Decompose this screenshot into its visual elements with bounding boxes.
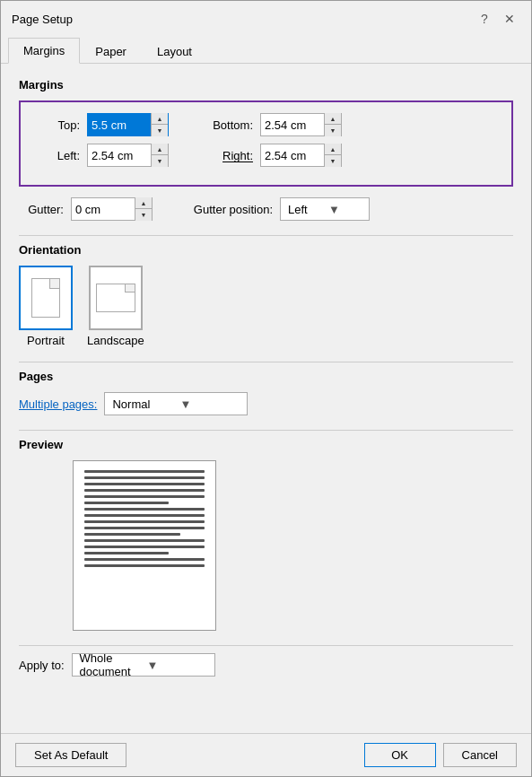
left-input-spinner[interactable]: ▲ ▼ xyxy=(87,144,169,167)
multiple-pages-arrow-icon: ▼ xyxy=(176,397,243,411)
right-input-spinner[interactable]: ▲ ▼ xyxy=(260,144,342,167)
tab-layout[interactable]: Layout xyxy=(142,38,207,64)
apply-to-row: Apply to: Whole document ▼ xyxy=(19,653,513,677)
right-field-group: Right: ▲ ▼ xyxy=(190,144,497,167)
gutter-increment-button[interactable]: ▲ xyxy=(135,197,152,209)
bottom-input-spinner[interactable]: ▲ ▼ xyxy=(260,113,342,136)
margins-section: Margins Top: ▲ ▼ Bottom: xyxy=(19,78,513,221)
multiple-pages-label[interactable]: Multiple pages: xyxy=(19,397,97,411)
preview-line-16 xyxy=(84,564,205,567)
preview-section: Preview xyxy=(19,438,513,631)
gutter-spinner-buttons: ▲ ▼ xyxy=(135,197,152,221)
gutter-decrement-button[interactable]: ▼ xyxy=(135,209,152,221)
preview-line-1 xyxy=(84,470,205,473)
cancel-button[interactable]: Cancel xyxy=(443,743,517,767)
preview-line-8 xyxy=(84,514,205,517)
landscape-icon-box xyxy=(89,266,143,330)
multiple-pages-value: Normal xyxy=(109,397,176,411)
left-spinner-buttons: ▲ ▼ xyxy=(151,144,168,167)
preview-section-title: Preview xyxy=(19,438,513,451)
tab-margins[interactable]: Margins xyxy=(8,38,80,64)
preview-line-15 xyxy=(84,558,205,561)
preview-line-3 xyxy=(84,483,205,485)
gutter-position-label: Gutter position: xyxy=(174,203,273,216)
gutter-position-arrow-icon: ▼ xyxy=(325,203,365,216)
gutter-position-group: Gutter position: Left ▼ xyxy=(174,197,513,221)
left-input[interactable] xyxy=(88,144,151,166)
gutter-input-spinner[interactable]: ▲ ▼ xyxy=(71,197,153,221)
right-input[interactable] xyxy=(261,144,324,166)
dialog-content: Margins Top: ▲ ▼ Bottom: xyxy=(1,64,531,733)
portrait-label: Portrait xyxy=(27,334,65,347)
bottom-label: Bottom: xyxy=(190,118,253,132)
preview-line-11 xyxy=(84,533,180,536)
preview-line-7 xyxy=(84,508,205,511)
apply-to-arrow-icon: ▼ xyxy=(144,659,211,672)
gutter-row: Gutter: ▲ ▼ Gutter position: Left ▼ xyxy=(19,197,513,221)
pages-section: Pages Multiple pages: Normal ▼ xyxy=(19,370,513,415)
preview-line-9 xyxy=(84,520,205,523)
top-bottom-row: Top: ▲ ▼ Bottom: ▲ xyxy=(35,113,497,136)
portrait-icon-box xyxy=(19,266,73,330)
right-label: Right: xyxy=(190,149,253,162)
tab-paper[interactable]: Paper xyxy=(80,38,142,64)
top-decrement-button[interactable]: ▼ xyxy=(152,125,168,136)
left-right-row: Left: ▲ ▼ Right: ▲ xyxy=(35,144,497,167)
left-increment-button[interactable]: ▲ xyxy=(152,144,168,155)
preview-line-5 xyxy=(84,495,205,498)
divider-4 xyxy=(19,645,513,646)
orientation-options: Portrait Landscape xyxy=(19,266,513,347)
divider-1 xyxy=(19,235,513,236)
gutter-position-select[interactable]: Left ▼ xyxy=(280,197,370,221)
close-button[interactable]: ✕ xyxy=(499,8,520,30)
top-spinner-buttons: ▲ ▼ xyxy=(151,113,168,136)
dialog-title: Page Setup xyxy=(12,13,73,26)
dialog-footer: Set As Default OK Cancel xyxy=(1,733,531,776)
top-increment-button[interactable]: ▲ xyxy=(152,113,168,125)
preview-line-10 xyxy=(84,527,205,529)
preview-line-2 xyxy=(84,476,205,479)
footer-right-buttons: OK Cancel xyxy=(364,743,517,767)
landscape-option[interactable]: Landscape xyxy=(87,266,144,347)
bottom-decrement-button[interactable]: ▼ xyxy=(325,125,341,136)
bottom-input[interactable] xyxy=(261,114,324,135)
left-decrement-button[interactable]: ▼ xyxy=(152,155,168,167)
multiple-pages-row: Multiple pages: Normal ▼ xyxy=(19,392,513,415)
margins-box: Top: ▲ ▼ Bottom: ▲ xyxy=(19,100,513,187)
gutter-label: Gutter: xyxy=(19,203,64,216)
tab-bar: Margins Paper Layout xyxy=(1,37,531,64)
margins-section-title: Margins xyxy=(19,78,513,92)
apply-to-value: Whole document xyxy=(76,651,144,678)
bottom-spinner-buttons: ▲ ▼ xyxy=(324,113,341,136)
set-as-default-button[interactable]: Set As Default xyxy=(15,743,126,767)
preview-line-6 xyxy=(84,502,169,504)
landscape-paper-icon xyxy=(96,284,135,312)
page-setup-dialog: Page Setup ? ✕ Margins Paper Layout Marg… xyxy=(0,0,532,777)
orientation-section: Orientation Portrait Landscape xyxy=(19,243,513,347)
preview-line-12 xyxy=(84,539,205,542)
right-decrement-button[interactable]: ▼ xyxy=(325,155,341,167)
bottom-field-group: Bottom: ▲ ▼ xyxy=(190,113,497,136)
top-input[interactable] xyxy=(88,114,151,135)
divider-2 xyxy=(19,362,513,362)
preview-line-13 xyxy=(84,546,205,548)
divider-3 xyxy=(19,430,513,431)
portrait-option[interactable]: Portrait xyxy=(19,266,73,347)
preview-line-14 xyxy=(84,552,169,554)
help-button[interactable]: ? xyxy=(474,8,495,30)
portrait-paper-icon xyxy=(31,278,60,318)
pages-section-title: Pages xyxy=(19,370,513,383)
bottom-increment-button[interactable]: ▲ xyxy=(325,113,341,125)
preview-line-4 xyxy=(84,489,205,492)
apply-to-select[interactable]: Whole document ▼ xyxy=(72,653,215,677)
right-spinner-buttons: ▲ ▼ xyxy=(324,144,341,167)
left-label: Left: xyxy=(35,149,80,162)
top-input-spinner[interactable]: ▲ ▼ xyxy=(87,113,169,136)
multiple-pages-select[interactable]: Normal ▼ xyxy=(104,392,248,415)
orientation-section-title: Orientation xyxy=(19,243,513,257)
gutter-input[interactable] xyxy=(72,198,135,220)
ok-button[interactable]: OK xyxy=(364,743,436,767)
landscape-label: Landscape xyxy=(87,334,144,347)
right-increment-button[interactable]: ▲ xyxy=(325,144,341,155)
apply-to-label: Apply to: xyxy=(19,659,65,672)
